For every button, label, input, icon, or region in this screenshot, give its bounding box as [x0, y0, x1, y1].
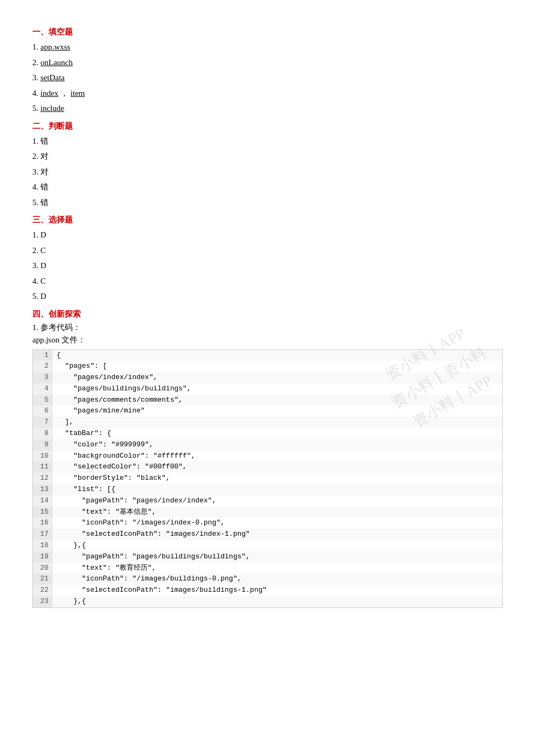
item-number: 3.	[32, 167, 40, 176]
line-number: 6	[33, 405, 52, 417]
section-four: 四、创新探索 1. 参考代码： app.json 文件： 1{2 "pages"…	[32, 309, 503, 608]
line-content: "selectedColor": "#00ff00",	[52, 461, 191, 473]
code-line: 8 "tabBar": {	[33, 428, 502, 439]
answer-item-2-3: 3. 对	[32, 165, 503, 179]
code-line: 20 "text": "教育经历",	[33, 563, 502, 574]
line-number: 9	[33, 439, 52, 451]
line-number: 5	[33, 395, 52, 406]
line-content: "pagePath": "pages/index/index",	[52, 495, 220, 507]
item-answer: include	[40, 104, 64, 113]
item-answer: 对	[40, 167, 48, 176]
code-line: 19 "pagePath": "pages/buildings/building…	[33, 551, 502, 563]
line-number: 2	[33, 361, 52, 372]
section-two: 二、判断题 1. 错 2. 对 3. 对 4. 错 5. 错	[32, 121, 503, 210]
line-content: },{	[52, 596, 91, 607]
section-four-title: 四、创新探索	[32, 309, 503, 319]
item-number: 2.	[32, 152, 40, 160]
line-number: 17	[33, 529, 52, 540]
line-number: 4	[33, 383, 52, 395]
code-line: 22 "selectedIconPath": "images/buildings…	[33, 585, 502, 596]
line-number: 15	[33, 507, 52, 518]
line-content: "tabBar": {	[52, 428, 115, 439]
line-content: "color": "#999999",	[52, 439, 157, 451]
line-content: "pages/index/index",	[52, 372, 162, 383]
line-number: 21	[33, 573, 52, 585]
line-number: 18	[33, 540, 52, 551]
line-number: 20	[33, 563, 52, 574]
code-line: 5 "pages/comments/comments",	[33, 395, 502, 406]
line-number: 3	[33, 372, 52, 383]
item-number: 3.	[32, 73, 40, 82]
answer-item-1-4: 4. index ， item	[32, 87, 503, 101]
line-content: "backgroundColor": "#ffffff",	[52, 451, 199, 462]
line-number: 16	[33, 517, 52, 529]
code-block: 1{2 "pages": [3 "pages/index/index",4 "p…	[32, 349, 503, 608]
item-number: 3.	[32, 261, 40, 270]
item-answer: setData	[40, 73, 65, 82]
code-line: 18 },{	[33, 540, 502, 551]
code-line: 9 "color": "#999999",	[33, 439, 502, 451]
line-content: "pagePath": "pages/buildings/buildings",	[52, 551, 254, 563]
code-line: 7 ],	[33, 417, 502, 428]
answer-item-1-5: 5. include	[32, 102, 503, 116]
answer-item-3-2: 2. C	[32, 244, 503, 258]
answer-item-1-3: 3. setData	[32, 71, 503, 85]
code-line: 10 "backgroundColor": "#ffffff",	[33, 451, 502, 462]
line-content: "pages": [	[52, 361, 112, 372]
section-three: 三、选择题 1. D 2. C 3. D 4. C 5. D	[32, 215, 503, 304]
item-number: 1.	[32, 43, 40, 51]
item-answer: 错	[40, 183, 48, 191]
line-content: "list": [{	[52, 484, 120, 495]
section-three-title: 三、选择题	[32, 215, 503, 225]
item-answer-part2: item	[71, 89, 85, 97]
item-number: 5.	[32, 292, 40, 300]
answer-item-3-1: 1. D	[32, 228, 503, 242]
item-number: 4.	[32, 89, 40, 97]
item-number: 2.	[32, 58, 40, 67]
line-number: 19	[33, 551, 52, 563]
item-answer: D	[40, 230, 46, 239]
line-content: "pages/buildings/buildings",	[52, 383, 196, 395]
line-content: "text": "基本信息",	[52, 507, 161, 518]
item-number: 4.	[32, 277, 40, 285]
item-answer: 错	[40, 137, 48, 145]
line-number: 22	[33, 585, 52, 596]
line-number: 10	[33, 451, 52, 462]
code-line: 12 "borderStyle": "black",	[33, 473, 502, 484]
code-line: 23 },{	[33, 596, 502, 607]
answer-item-2-5: 5. 错	[32, 196, 503, 210]
item-answer: D	[40, 292, 46, 300]
code-line: 21 "iconPath": "/images/buildings-0.png"…	[33, 573, 502, 585]
item-number: 5.	[32, 198, 40, 207]
item-answer: D	[40, 261, 46, 270]
line-number: 7	[33, 417, 52, 428]
line-number: 11	[33, 461, 52, 473]
code-line: 17 "selectedIconPath": "images/index-1.p…	[33, 529, 502, 540]
item-number: 5.	[32, 104, 40, 113]
answer-item-2-1: 1. 错	[32, 135, 503, 149]
line-content: "pages/comments/comments",	[52, 395, 187, 406]
line-content: "iconPath": "/images/index-0.png",	[52, 517, 229, 529]
line-number: 23	[33, 596, 52, 607]
section-one: 一、填空题 1. app.wxss 2. onLaunch 3. setData…	[32, 27, 503, 116]
separator: ，	[58, 89, 71, 97]
item-answer: C	[40, 277, 46, 285]
line-content: "text": "教育经历",	[52, 563, 161, 574]
item-number: 2.	[32, 246, 40, 255]
line-content: "selectedIconPath": "images/buildings-1.…	[52, 585, 271, 596]
item-answer: 错	[40, 198, 48, 207]
line-content: "iconPath": "/images/buildings-0.png",	[52, 573, 246, 585]
item-number: 4.	[32, 183, 40, 191]
line-number: 12	[33, 473, 52, 484]
item-number: 1.	[32, 137, 40, 145]
line-content: ],	[52, 417, 78, 428]
line-content: {	[52, 350, 65, 361]
code-line: 3 "pages/index/index",	[33, 372, 502, 383]
answer-item-1-1: 1. app.wxss	[32, 40, 503, 54]
item-answer: onLaunch	[40, 58, 73, 67]
line-content: "pages/mine/mine"	[52, 405, 149, 417]
line-number: 1	[33, 350, 52, 361]
item-answer: C	[40, 246, 46, 255]
answer-item-3-5: 5. D	[32, 290, 503, 304]
line-number: 14	[33, 495, 52, 507]
